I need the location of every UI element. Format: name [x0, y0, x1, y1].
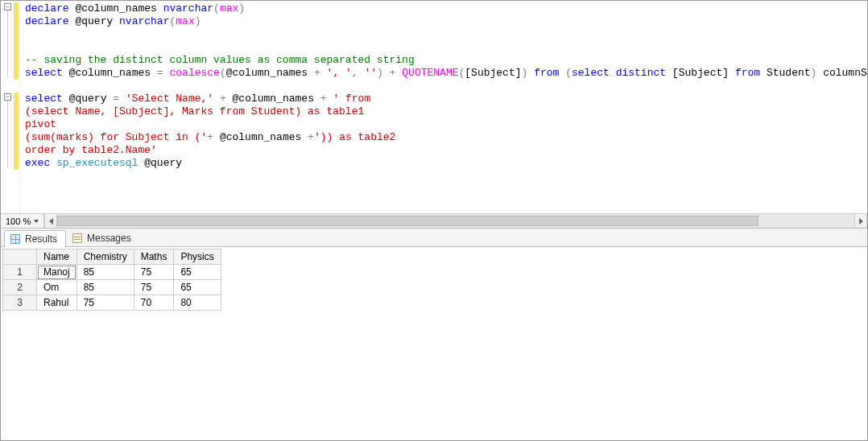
grid-cell[interactable]: 65	[174, 265, 221, 280]
triangle-right-icon	[859, 218, 863, 225]
code-line	[25, 80, 867, 93]
table-row[interactable]: 1Manoj857565	[3, 265, 221, 280]
editor-gutter: − −	[1, 1, 20, 213]
fold-guide	[7, 10, 8, 78]
code-line	[25, 28, 867, 41]
scroll-left-button[interactable]	[44, 214, 57, 228]
grid-cell[interactable]: Rahul	[37, 295, 77, 311]
code-line: -- saving the distinct column values as …	[25, 54, 867, 67]
tab-results[interactable]: Results	[4, 230, 66, 247]
change-marker	[14, 93, 19, 170]
grid-cell[interactable]: 75	[134, 265, 174, 280]
table-row[interactable]: 2Om857565	[3, 280, 221, 295]
column-header[interactable]: Name	[37, 249, 77, 265]
table-row[interactable]: 3Rahul757080	[3, 295, 221, 311]
fold-toggle-icon[interactable]: −	[4, 93, 11, 101]
tab-label: Results	[25, 233, 57, 245]
row-number[interactable]: 2	[3, 280, 37, 295]
grid-cell[interactable]: Om	[37, 280, 77, 295]
triangle-left-icon	[49, 218, 53, 225]
fold-guide	[7, 101, 8, 168]
sql-editor-pane: − − declare @column_names nvarchar(max)d…	[1, 1, 867, 228]
grid-cell[interactable]: 80	[174, 295, 221, 311]
editor-footer: 100 %	[1, 213, 867, 228]
row-number[interactable]: 3	[3, 295, 37, 311]
horizontal-scrollbar[interactable]	[44, 214, 867, 228]
code-area[interactable]: declare @column_names nvarchar(max)decla…	[20, 1, 867, 213]
grid-cell[interactable]: 75	[76, 295, 134, 311]
grid-cell[interactable]: 85	[76, 265, 134, 280]
grid-cell[interactable]: Manoj	[37, 265, 77, 280]
results-tab-bar: Results Messages	[1, 228, 867, 247]
zoom-value: 100 %	[6, 216, 31, 226]
code-line: declare @query nvarchar(max)	[25, 15, 867, 28]
grid-cell[interactable]: 70	[134, 295, 174, 311]
code-line: select @column_names = coalesce(@column_…	[25, 67, 867, 80]
fold-toggle-icon[interactable]: −	[4, 3, 11, 10]
tab-label: Messages	[87, 233, 131, 244]
messages-icon	[72, 233, 83, 244]
scroll-right-button[interactable]	[854, 214, 867, 228]
code-line: select @query = 'Select Name,' + @column…	[25, 93, 867, 105]
code-line: (sum(marks) for Subject in ('+ @column_n…	[25, 131, 867, 144]
editor-body[interactable]: − − declare @column_names nvarchar(max)d…	[1, 1, 867, 213]
code-line: (select Name, [Subject], Marks from Stud…	[25, 105, 867, 118]
code-line: exec sp_executesql @query	[25, 157, 867, 170]
tab-messages[interactable]: Messages	[66, 229, 140, 246]
column-header[interactable]: Maths	[134, 249, 174, 265]
column-header[interactable]: Physics	[174, 249, 221, 265]
scroll-thumb[interactable]	[57, 216, 758, 226]
change-marker	[14, 2, 19, 80]
zoom-selector[interactable]: 100 %	[1, 214, 44, 228]
row-number[interactable]: 1	[3, 265, 37, 280]
grid-cell[interactable]: 75	[134, 280, 174, 295]
chevron-down-icon	[34, 220, 39, 223]
results-pane[interactable]: NameChemistryMathsPhysics1Manoj8575652Om…	[1, 247, 867, 440]
grid-cell[interactable]: 85	[76, 280, 134, 295]
code-line	[25, 41, 867, 54]
results-grid[interactable]: NameChemistryMathsPhysics1Manoj8575652Om…	[2, 249, 221, 311]
grid-icon	[10, 233, 21, 245]
column-header[interactable]: Chemistry	[76, 249, 134, 265]
code-line: pivot	[25, 118, 867, 131]
code-line: declare @column_names nvarchar(max)	[25, 2, 867, 15]
grid-cell[interactable]: 65	[174, 280, 221, 295]
scroll-track[interactable]	[57, 214, 854, 228]
code-line: order by table2.Name'	[25, 144, 867, 157]
grid-corner[interactable]	[3, 249, 37, 265]
